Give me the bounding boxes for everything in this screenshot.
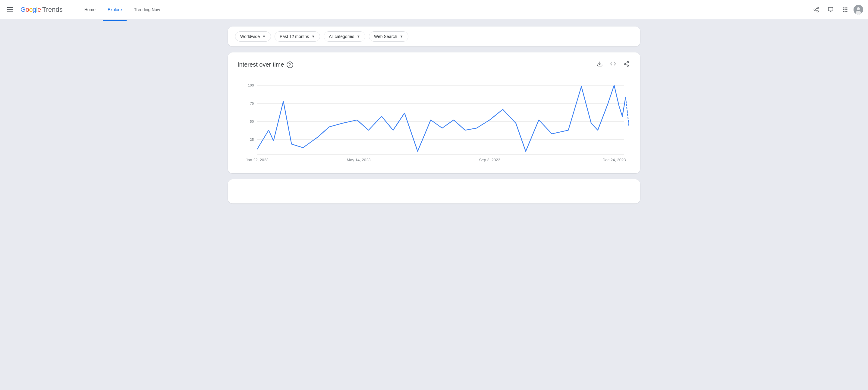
svg-rect-10 xyxy=(846,7,847,8)
svg-text:25: 25 xyxy=(250,138,254,141)
search-type-chevron-icon: ▼ xyxy=(400,34,403,38)
svg-rect-16 xyxy=(846,11,847,12)
download-button[interactable] xyxy=(595,60,604,70)
svg-point-19 xyxy=(856,11,861,14)
main-content: Worldwide ▼ Past 12 months ▼ All categor… xyxy=(223,19,645,211)
svg-rect-9 xyxy=(844,7,845,8)
filter-bar: Worldwide ▼ Past 12 months ▼ All categor… xyxy=(228,27,640,47)
svg-rect-8 xyxy=(843,7,844,8)
svg-point-0 xyxy=(817,7,818,8)
share-chart-button[interactable] xyxy=(622,60,630,70)
svg-text:Sep 3, 2023: Sep 3, 2023 xyxy=(479,158,500,162)
svg-text:Jan 22, 2023: Jan 22, 2023 xyxy=(246,158,269,162)
svg-text:75: 75 xyxy=(250,101,254,105)
embed-button[interactable] xyxy=(609,60,617,70)
categories-filter-label: All categories xyxy=(329,34,354,39)
categories-filter[interactable]: All categories ▼ xyxy=(324,31,365,41)
menu-button[interactable] xyxy=(5,5,16,14)
svg-text:May 14, 2023: May 14, 2023 xyxy=(347,158,371,162)
svg-line-24 xyxy=(625,64,627,65)
main-nav: Home Explore Trending Now xyxy=(80,5,165,14)
svg-text:100: 100 xyxy=(248,84,254,87)
chart-area: 100 75 50 25 Jan 22, 2023 May 14, 2023 S… xyxy=(238,79,630,164)
categories-chevron-icon: ▼ xyxy=(356,34,360,38)
svg-point-21 xyxy=(627,61,629,63)
search-type-filter-label: Web Search xyxy=(374,34,397,39)
feedback-button[interactable] xyxy=(825,4,837,16)
svg-rect-15 xyxy=(844,11,845,12)
trends-wordmark: Trends xyxy=(42,6,63,13)
nav-explore[interactable]: Explore xyxy=(103,5,127,14)
chart-line xyxy=(257,85,626,151)
header: Google Trends Home Explore Trending Now xyxy=(0,0,868,19)
svg-rect-14 xyxy=(843,11,844,12)
google-wordmark: Google xyxy=(21,6,41,13)
nav-home[interactable]: Home xyxy=(80,5,100,14)
chart-actions xyxy=(595,60,630,70)
timeframe-filter-label: Past 12 months xyxy=(280,34,309,39)
svg-line-3 xyxy=(815,10,817,11)
svg-rect-13 xyxy=(846,9,847,10)
svg-point-2 xyxy=(817,10,818,12)
help-icon[interactable]: ? xyxy=(287,61,293,68)
svg-rect-5 xyxy=(829,7,833,11)
svg-point-18 xyxy=(857,7,860,10)
timeframe-filter[interactable]: Past 12 months ▼ xyxy=(275,31,320,41)
chart-title: Interest over time xyxy=(238,61,284,68)
svg-point-22 xyxy=(624,63,626,65)
location-chevron-icon: ▼ xyxy=(262,34,266,38)
location-filter[interactable]: Worldwide ▼ xyxy=(235,31,271,41)
svg-text:50: 50 xyxy=(250,120,254,123)
user-avatar[interactable] xyxy=(854,5,863,14)
svg-text:Dec 24, 2023: Dec 24, 2023 xyxy=(602,158,626,162)
header-right xyxy=(810,4,863,16)
nav-trending-now[interactable]: Trending Now xyxy=(129,5,165,14)
svg-rect-11 xyxy=(843,9,844,10)
svg-rect-12 xyxy=(844,9,845,10)
svg-point-1 xyxy=(814,9,815,10)
chart-header: Interest over time ? xyxy=(238,60,630,70)
location-filter-label: Worldwide xyxy=(240,34,260,39)
chart-title-row: Interest over time ? xyxy=(238,61,293,68)
svg-line-25 xyxy=(625,62,627,63)
search-type-filter[interactable]: Web Search ▼ xyxy=(369,31,408,41)
logo[interactable]: Google Trends xyxy=(21,6,63,13)
header-left: Google Trends Home Explore Trending Now xyxy=(5,5,810,14)
interest-over-time-card: Interest over time ? xyxy=(228,53,640,173)
timeframe-chevron-icon: ▼ xyxy=(311,34,315,38)
svg-line-4 xyxy=(815,8,817,9)
chart-line-dotted xyxy=(626,97,629,125)
apps-button[interactable] xyxy=(839,4,851,16)
share-button[interactable] xyxy=(810,4,822,16)
line-chart: 100 75 50 25 Jan 22, 2023 May 14, 2023 S… xyxy=(238,79,630,164)
svg-point-23 xyxy=(627,65,629,66)
bottom-card xyxy=(228,179,640,204)
